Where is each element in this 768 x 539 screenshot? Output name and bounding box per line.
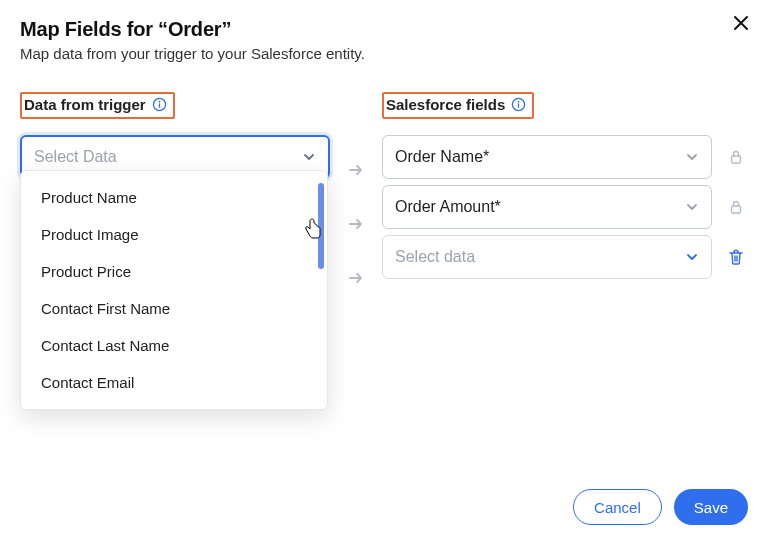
chevron-down-icon xyxy=(685,250,699,264)
salesforce-field-row: Order Name* xyxy=(382,135,748,179)
dropdown-option[interactable]: Product Name xyxy=(21,179,327,216)
salesforce-field-select[interactable]: Order Amount* xyxy=(382,185,712,229)
dialog-title: Map Fields for “Order” xyxy=(20,18,748,41)
svg-rect-2 xyxy=(159,103,160,107)
dialog-header: Map Fields for “Order” Map data from you… xyxy=(0,0,768,68)
trigger-label-text: Data from trigger xyxy=(24,96,146,113)
dialog-footer: Cancel Save xyxy=(573,489,748,525)
trigger-section-label: Data from trigger xyxy=(20,92,175,119)
svg-rect-7 xyxy=(732,206,741,213)
svg-point-4 xyxy=(518,101,520,103)
chevron-down-icon xyxy=(302,150,316,164)
salesforce-field-value: Order Amount* xyxy=(395,198,501,216)
salesforce-field-row: Order Amount* xyxy=(382,185,748,229)
salesforce-field-select[interactable]: Order Name* xyxy=(382,135,712,179)
close-icon xyxy=(732,14,750,32)
chevron-down-icon xyxy=(685,150,699,164)
salesforce-field-value: Order Name* xyxy=(395,148,489,166)
dropdown-option[interactable]: Contact Last Name xyxy=(21,327,327,364)
save-button[interactable]: Save xyxy=(674,489,748,525)
cancel-button[interactable]: Cancel xyxy=(573,489,662,525)
salesforce-field-row: Select data xyxy=(382,235,748,279)
scrollbar-thumb[interactable] xyxy=(318,183,324,269)
lock-icon xyxy=(724,149,748,165)
arrow-column xyxy=(344,92,368,300)
close-button[interactable] xyxy=(732,14,750,36)
delete-row-button[interactable] xyxy=(724,248,748,266)
trash-icon xyxy=(727,248,745,266)
dropdown-option[interactable]: Product Price xyxy=(21,253,327,290)
info-icon[interactable] xyxy=(511,97,526,112)
lock-icon xyxy=(724,199,748,215)
dropdown-option[interactable]: Contact First Name xyxy=(21,290,327,327)
svg-rect-5 xyxy=(518,103,519,107)
dialog-subtitle: Map data from your trigger to your Sales… xyxy=(20,45,748,62)
arrow-right-icon xyxy=(347,269,365,287)
chevron-down-icon xyxy=(685,200,699,214)
dropdown-option[interactable]: Product Image xyxy=(21,216,327,253)
svg-point-1 xyxy=(158,101,160,103)
salesforce-section-label: Salesforce fields xyxy=(382,92,534,119)
arrow-right-icon xyxy=(347,215,365,233)
dropdown-option[interactable]: Contact Email xyxy=(21,364,327,401)
arrow-right-icon xyxy=(347,161,365,179)
trigger-data-dropdown[interactable]: Product Name Product Image Product Price… xyxy=(20,170,328,410)
salesforce-field-select[interactable]: Select data xyxy=(382,235,712,279)
info-icon[interactable] xyxy=(152,97,167,112)
trigger-select-placeholder: Select Data xyxy=(34,148,117,166)
salesforce-field-placeholder: Select data xyxy=(395,248,475,266)
salesforce-label-text: Salesforce fields xyxy=(386,96,505,113)
svg-rect-6 xyxy=(732,156,741,163)
